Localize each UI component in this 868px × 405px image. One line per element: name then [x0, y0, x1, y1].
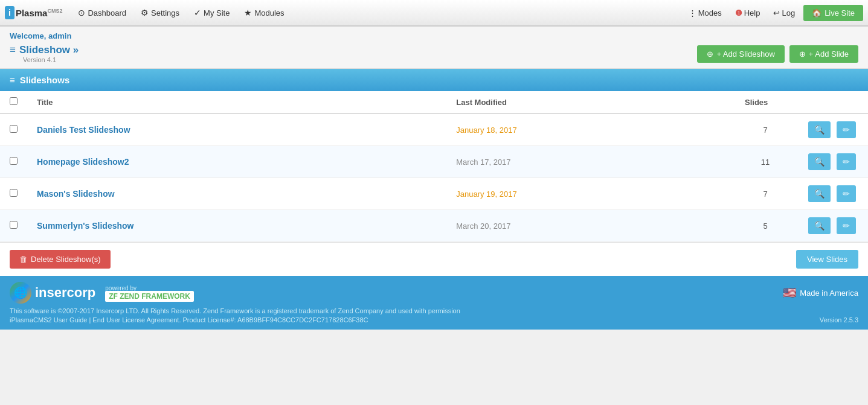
- add-slideshow-label: + Add Slideshow: [716, 49, 774, 59]
- add-slide-label: + Add Slide: [809, 49, 849, 59]
- nav-settings[interactable]: ⚙ Settings: [135, 5, 185, 21]
- bottom-actions: 🗑 Delete Slideshow(s) View Slides: [0, 242, 868, 276]
- settings-icon: ⚙: [141, 8, 149, 18]
- nav-items: ⊙ Dashboard ⚙ Settings ✓ My Site ★ Modul…: [72, 5, 683, 21]
- logout-icon: ↩: [773, 8, 780, 18]
- subheader: Welcome, admin ≡ Slideshow » Version 4.1…: [0, 27, 868, 69]
- trash-icon: 🗑: [19, 255, 27, 264]
- row-edit-button-2[interactable]: ✏: [837, 153, 856, 170]
- logo-name: PlasmaCMS2: [16, 8, 63, 18]
- table-row: Mason's Slideshow January 19, 2017 7 🔍 ✏: [0, 178, 868, 210]
- row-checkbox-cell: [0, 210, 27, 242]
- breadcrumb-left: ≡ Slideshow » Version 4.1: [10, 44, 79, 63]
- col-actions-header: [796, 91, 868, 113]
- modes-dots-icon: ⋮: [689, 8, 696, 18]
- add-slideshow-button[interactable]: ⊕ + Add Slideshow: [697, 45, 784, 63]
- breadcrumb-title-text[interactable]: Slideshow »: [19, 44, 79, 56]
- add-slideshow-plus-icon: ⊕: [707, 49, 713, 59]
- row-checkbox-3[interactable]: [10, 189, 18, 197]
- row-search-button-3[interactable]: 🔍: [808, 185, 831, 202]
- nav-logout[interactable]: ↩ Log: [768, 5, 800, 21]
- logo-sup: CMS2: [47, 8, 62, 14]
- row-search-button-1[interactable]: 🔍: [808, 121, 831, 138]
- nav-mysite-label: My Site: [204, 8, 230, 18]
- logo-area[interactable]: i PlasmaCMS2: [5, 6, 62, 19]
- footer-made-in-text: Made in America: [800, 289, 858, 298]
- row-date-4: March 20, 2017: [456, 222, 510, 231]
- live-site-button[interactable]: 🏠 Live Site: [803, 5, 863, 21]
- row-title-cell: Homepage Slideshow2: [27, 146, 446, 178]
- nav-help-label: Help: [744, 8, 760, 18]
- row-title-link-2[interactable]: Homepage Slideshow2: [37, 157, 129, 167]
- footer-copyright: This software is ©2007-2017 Insercorp LT…: [10, 307, 858, 314]
- row-slides-cell: 7: [735, 113, 796, 146]
- row-slides-count-3: 7: [763, 190, 767, 199]
- row-slides-count-2: 11: [761, 158, 770, 167]
- row-date-cell: January 19, 2017: [446, 178, 735, 210]
- nav-mysite[interactable]: ✓ My Site: [188, 5, 236, 21]
- row-slides-cell: 11: [735, 146, 796, 178]
- row-slides-count-4: 5: [763, 222, 767, 231]
- row-actions-cell: 🔍 ✏: [796, 178, 868, 210]
- nav-logout-label: Log: [782, 8, 795, 18]
- breadcrumb-title: ≡ Slideshow »: [10, 44, 79, 56]
- footer: 🌐 insercorp powered by ZF ZEND FRAMEWORK…: [0, 276, 868, 330]
- row-title-link-3[interactable]: Mason's Slideshow: [37, 189, 115, 199]
- footer-logo-icon: 🌐: [10, 282, 31, 304]
- add-slide-button[interactable]: ⊕ + Add Slide: [789, 45, 858, 63]
- row-search-button-2[interactable]: 🔍: [808, 153, 831, 170]
- footer-company-name: insercorp: [35, 285, 95, 301]
- row-edit-button-3[interactable]: ✏: [837, 185, 856, 202]
- live-site-label: Live Site: [825, 8, 855, 18]
- nav-modules[interactable]: ★ Modules: [238, 5, 290, 21]
- row-checkbox-2[interactable]: [10, 157, 18, 165]
- welcome-text: Welcome, admin: [10, 31, 858, 40]
- row-title-cell: Summerlyn's Slideshow: [27, 210, 446, 242]
- col-title-header: Title: [27, 91, 446, 113]
- select-all-checkbox[interactable]: [10, 97, 18, 105]
- col-slides-header: Slides: [735, 91, 796, 113]
- table-row: Daniels Test Slideshow January 18, 2017 …: [0, 113, 868, 146]
- nav-help[interactable]: ❶ Help: [730, 5, 765, 21]
- col-checkbox-header: [0, 91, 27, 113]
- row-date-1: January 18, 2017: [456, 126, 516, 135]
- row-slides-count-1: 7: [763, 126, 767, 135]
- footer-logo: 🌐 insercorp: [10, 282, 95, 304]
- slideshows-table: Title Last Modified Slides Daniels Test …: [0, 91, 868, 242]
- row-edit-button-1[interactable]: ✏: [837, 121, 856, 138]
- nav-settings-label: Settings: [151, 8, 179, 18]
- nav-dashboard[interactable]: ⊙ Dashboard: [72, 5, 132, 21]
- row-actions-1: 🔍 ✏: [805, 121, 858, 138]
- row-checkbox-4[interactable]: [10, 221, 18, 229]
- nav-modes-label: Modes: [698, 8, 722, 18]
- view-slides-button[interactable]: View Slides: [796, 250, 858, 269]
- modules-icon: ★: [244, 8, 252, 18]
- row-date-cell: January 18, 2017: [446, 113, 735, 146]
- row-title-cell: Mason's Slideshow: [27, 178, 446, 210]
- row-date-2: March 17, 2017: [456, 158, 510, 167]
- breadcrumb-area: ≡ Slideshow » Version 4.1 ⊕ + Add Slides…: [10, 44, 858, 63]
- logo-i: i: [5, 6, 14, 19]
- footer-version: Version 2.5.3: [820, 316, 858, 324]
- row-date-3: January 19, 2017: [456, 190, 516, 199]
- row-edit-button-4[interactable]: ✏: [837, 217, 856, 234]
- home-icon: 🏠: [812, 8, 821, 18]
- nav-modules-label: Modules: [254, 8, 284, 18]
- main-content: ≡ Slideshows Title Last Modified Slides …: [0, 69, 868, 276]
- row-checkbox-cell: [0, 178, 27, 210]
- row-checkbox-cell: [0, 113, 27, 146]
- footer-top: 🌐 insercorp powered by ZF ZEND FRAMEWORK…: [10, 282, 858, 304]
- delete-slideshow-button[interactable]: 🗑 Delete Slideshow(s): [10, 250, 111, 269]
- row-date-cell: March 20, 2017: [446, 210, 735, 242]
- row-search-button-4[interactable]: 🔍: [808, 217, 831, 234]
- row-actions-4: 🔍 ✏: [805, 217, 858, 234]
- row-title-link-4[interactable]: Summerlyn's Slideshow: [37, 221, 134, 231]
- breadcrumb-buttons: ⊕ + Add Slideshow ⊕ + Add Slide: [697, 45, 858, 63]
- table-header-list-icon: ≡: [10, 75, 15, 85]
- top-nav: i PlasmaCMS2 ⊙ Dashboard ⚙ Settings ✓ My…: [0, 0, 868, 27]
- us-flag-icon: 🇺🇸: [783, 286, 796, 299]
- row-checkbox-1[interactable]: [10, 125, 18, 133]
- nav-modes[interactable]: ⋮ Modes: [684, 5, 727, 21]
- view-slides-label: View Slides: [807, 255, 847, 264]
- row-title-link-1[interactable]: Daniels Test Slideshow: [37, 125, 130, 135]
